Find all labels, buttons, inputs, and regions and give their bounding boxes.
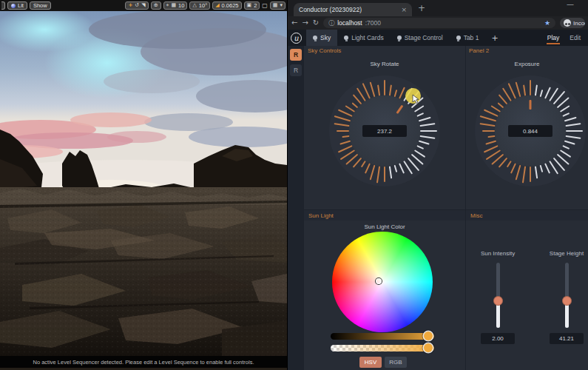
surface-snap-icon[interactable]: ⌖ bbox=[166, 3, 169, 8]
tab-sky[interactable]: Sky bbox=[306, 30, 337, 46]
dial-tick bbox=[488, 135, 496, 138]
value-slider-bar[interactable] bbox=[331, 333, 434, 340]
dial-tick bbox=[394, 90, 398, 97]
dial-tick bbox=[560, 105, 570, 112]
grid-snap-group: ⌖ ▦ 10 bbox=[163, 1, 188, 10]
dial-tick bbox=[342, 135, 350, 138]
rail-button-1[interactable]: R bbox=[290, 49, 302, 61]
light-icon bbox=[456, 36, 461, 40]
camera-icon[interactable]: ▣ bbox=[247, 3, 252, 8]
dial-tick bbox=[565, 123, 581, 127]
window-minimize-icon[interactable]: — bbox=[567, 0, 574, 8]
angle-snap-icon[interactable]: △ bbox=[192, 3, 196, 8]
forward-icon[interactable]: → bbox=[302, 19, 308, 27]
show-label: Show bbox=[33, 2, 47, 9]
sun-intensity-handle[interactable] bbox=[493, 296, 503, 306]
dial-tick bbox=[565, 135, 581, 139]
value-slider-handle[interactable] bbox=[424, 332, 433, 340]
dial-tick bbox=[399, 163, 405, 174]
tab-tab1-label: Tab 1 bbox=[464, 34, 479, 41]
unreal-logo-icon: u bbox=[291, 33, 302, 44]
dial-tick bbox=[376, 166, 380, 183]
move-tool-icon[interactable]: + bbox=[128, 3, 132, 8]
dial-needle bbox=[530, 100, 532, 110]
stage-height-handle[interactable] bbox=[562, 296, 572, 306]
dial-tick bbox=[516, 82, 521, 98]
light-icon bbox=[397, 36, 402, 40]
dial-tick bbox=[540, 165, 544, 172]
tab-tab1[interactable]: Tab 1 bbox=[450, 30, 486, 46]
edit-mode-button[interactable]: Edit bbox=[569, 31, 581, 44]
dial-tick bbox=[566, 130, 583, 132]
site-info-icon[interactable]: ⓘ bbox=[328, 19, 334, 27]
sky-rotate-value: 237.2 bbox=[362, 125, 407, 137]
bookmark-star-icon[interactable]: ★ bbox=[544, 19, 550, 27]
scale-snap-value[interactable]: 0.0625 bbox=[222, 2, 239, 9]
sun-light-section-label: Sun Light bbox=[308, 212, 334, 219]
show-menu-button[interactable]: Show bbox=[30, 1, 51, 10]
address-bar[interactable]: ⓘ localhost :7000 ★ bbox=[323, 18, 555, 28]
maximize-viewport-icon[interactable]: ▢ bbox=[262, 3, 268, 9]
lit-mode-button[interactable]: Lit bbox=[7, 1, 27, 10]
camera-speed-value[interactable]: 2 bbox=[254, 2, 257, 9]
dial-tick bbox=[540, 90, 544, 97]
alpha-slider-handle[interactable] bbox=[424, 343, 433, 352]
new-tab-icon[interactable]: + bbox=[418, 4, 425, 13]
dial-tick bbox=[370, 82, 376, 98]
ue-viewport-toolbar: Lit Show + ↺ ◥ ⊕ ⌖ ▦ 10 △ 10° bbox=[0, 0, 287, 11]
view-layout-group[interactable]: ▦ ▾ bbox=[270, 1, 285, 10]
lit-label: Lit bbox=[18, 2, 24, 9]
play-mode-button[interactable]: Play bbox=[547, 31, 561, 44]
light-icon bbox=[313, 36, 317, 40]
rotate-tool-icon[interactable]: ↺ bbox=[135, 3, 139, 8]
rail-button-2[interactable]: R bbox=[290, 64, 302, 76]
grid-snap-value[interactable]: 10 bbox=[178, 2, 184, 9]
panel2-header: Panel 2 bbox=[469, 47, 489, 54]
conductor-app: u Sky Light Cards Stage Control Tab 1 bbox=[288, 30, 588, 370]
dial-tick bbox=[419, 117, 430, 122]
tab-stage-control[interactable]: Stage Control bbox=[391, 30, 450, 46]
rotation-snap-value[interactable]: 10° bbox=[199, 2, 207, 9]
screenshot-root: Lit Show + ↺ ◥ ⊕ ⌖ ▦ 10 △ 10° bbox=[0, 0, 588, 370]
ue-viewport: Lit Show + ↺ ◥ ⊕ ⌖ ▦ 10 △ 10° bbox=[0, 0, 287, 370]
toolbar-partial-button[interactable] bbox=[1, 1, 5, 10]
reload-icon[interactable]: ↻ bbox=[313, 19, 319, 27]
tab-light-cards[interactable]: Light Cards bbox=[337, 30, 390, 46]
dial-tick bbox=[480, 115, 497, 121]
exposure-dial[interactable]: 0.844 bbox=[475, 75, 586, 186]
color-wheel-selector[interactable] bbox=[376, 278, 382, 284]
sun-light-color-wheel[interactable] bbox=[332, 232, 433, 332]
tab-close-icon[interactable]: × bbox=[401, 6, 407, 13]
browser-window: Conductor (20230922) × + — ← → ↻ ⓘ local… bbox=[287, 0, 588, 370]
world-space-toggle[interactable]: ⊕ bbox=[151, 1, 161, 10]
dial-tick bbox=[544, 87, 551, 99]
scale-snap-icon[interactable]: ◢ bbox=[215, 3, 219, 8]
sky-rotate-dial[interactable]: 237.2 bbox=[329, 75, 440, 186]
dial-tick bbox=[339, 141, 351, 145]
stage-height-value: 41.21 bbox=[550, 333, 584, 344]
alpha-slider-bar[interactable] bbox=[331, 345, 434, 352]
dial-tick bbox=[389, 166, 392, 178]
tab-stage-control-label: Stage Control bbox=[405, 34, 443, 41]
back-icon[interactable]: ← bbox=[291, 19, 297, 27]
incognito-icon bbox=[564, 19, 571, 27]
dial-tick bbox=[345, 105, 355, 112]
grid-layout-icon: ▦ bbox=[273, 3, 278, 8]
exposure-value: 0.844 bbox=[508, 125, 552, 137]
grid-snap-icon[interactable]: ▦ bbox=[171, 3, 176, 8]
dial-tick bbox=[510, 163, 516, 174]
hsv-button[interactable]: HSV bbox=[359, 357, 382, 368]
scale-tool-icon[interactable]: ◥ bbox=[141, 3, 145, 8]
dial1-title: Sky Rotate bbox=[304, 61, 465, 67]
dial-tick bbox=[523, 84, 526, 96]
transform-tools-group: + ↺ ◥ bbox=[125, 1, 148, 10]
browser-tab[interactable]: Conductor (20230922) × bbox=[294, 3, 412, 16]
incognito-label: Incognito bbox=[573, 20, 585, 27]
rgb-button[interactable]: RGB bbox=[385, 357, 407, 368]
scale-snap-group: ◢ 0.0625 bbox=[212, 1, 241, 10]
tab-sky-label: Sky bbox=[320, 34, 331, 41]
sun-intensity-label: Sun Intensity bbox=[464, 250, 531, 257]
dial-tick bbox=[361, 161, 366, 167]
url-port: :7000 bbox=[365, 19, 381, 27]
add-app-tab-icon[interactable]: + bbox=[485, 33, 504, 43]
